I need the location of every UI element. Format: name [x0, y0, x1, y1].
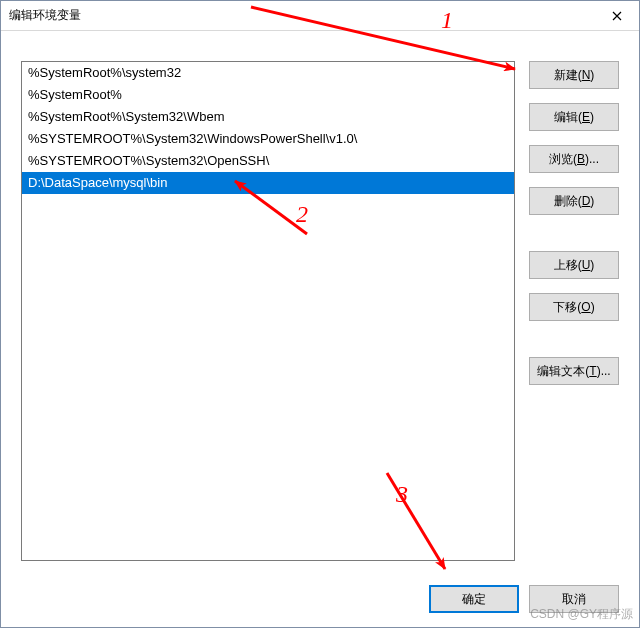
list-item[interactable]: %SYSTEMROOT%\System32\OpenSSH\: [22, 150, 514, 172]
ok-button[interactable]: 确定: [429, 585, 519, 613]
edit-text-button[interactable]: 编辑文本(T)...: [529, 357, 619, 385]
move-down-button[interactable]: 下移(O): [529, 293, 619, 321]
button-column: 新建(N) 编辑(E) 浏览(B)... 删除(D) 上移(U) 下移(O): [529, 61, 619, 385]
button-label: 编辑文本(T)...: [537, 363, 610, 380]
button-label: 确定: [462, 591, 486, 608]
dialog-edit-environment-variable: 编辑环境变量 %SystemRoot%\system32%SystemRoot%…: [0, 0, 640, 628]
button-label: 删除(D): [554, 193, 595, 210]
move-up-button[interactable]: 上移(U): [529, 251, 619, 279]
close-icon: [612, 11, 622, 21]
list-item[interactable]: %SYSTEMROOT%\System32\WindowsPowerShell\…: [22, 128, 514, 150]
delete-button[interactable]: 删除(D): [529, 187, 619, 215]
edit-button[interactable]: 编辑(E): [529, 103, 619, 131]
list-item[interactable]: %SystemRoot%: [22, 84, 514, 106]
list-item[interactable]: %SystemRoot%\system32: [22, 62, 514, 84]
close-button[interactable]: [594, 1, 639, 31]
dialog-footer: 确定 取消: [429, 585, 619, 613]
content-area: %SystemRoot%\system32%SystemRoot%%System…: [21, 41, 619, 613]
cancel-button[interactable]: 取消: [529, 585, 619, 613]
button-label: 上移(U): [554, 257, 595, 274]
button-label: 下移(O): [553, 299, 594, 316]
new-button[interactable]: 新建(N): [529, 61, 619, 89]
button-label: 编辑(E): [554, 109, 594, 126]
titlebar: 编辑环境变量: [1, 1, 639, 31]
list-item[interactable]: D:\DataSpace\mysql\bin: [22, 172, 514, 194]
browse-button[interactable]: 浏览(B)...: [529, 145, 619, 173]
window-title: 编辑环境变量: [9, 7, 81, 24]
button-label: 浏览(B)...: [549, 151, 599, 168]
path-listbox[interactable]: %SystemRoot%\system32%SystemRoot%%System…: [21, 61, 515, 561]
button-label: 新建(N): [554, 67, 595, 84]
list-item[interactable]: %SystemRoot%\System32\Wbem: [22, 106, 514, 128]
button-label: 取消: [562, 591, 586, 608]
